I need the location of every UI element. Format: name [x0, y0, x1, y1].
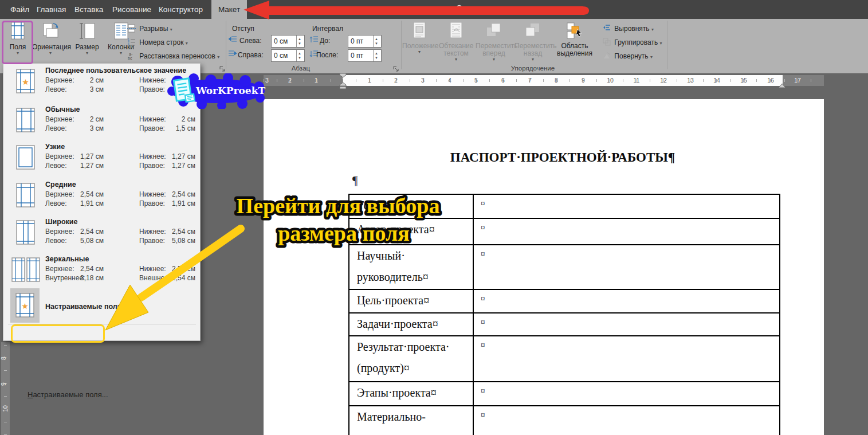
indent-right-field[interactable]: 0 см ▲▼	[271, 49, 305, 62]
preset-label: Левое:	[45, 85, 66, 93]
wrap-text-button[interactable]: Обтекание текстом ▾	[439, 22, 473, 61]
ruler-number: 1	[315, 77, 318, 84]
preset-title: Широкие	[45, 218, 77, 226]
indent-left-icon	[228, 36, 237, 46]
watermark-logo: WorKProekT	[167, 73, 266, 109]
margin-preset-icon	[11, 257, 40, 285]
row-label: Материально-	[357, 410, 426, 424]
orientation-icon	[41, 34, 60, 42]
note-text-annotation: Перейти для выбора размера поля	[138, 183, 550, 252]
table-row[interactable]: Цель·проекта¤ ¤	[349, 290, 779, 313]
group-objects-icon	[603, 40, 611, 48]
svg-text:3: 3	[128, 44, 129, 46]
preset-label: Левое:	[45, 237, 66, 245]
document-page[interactable]: ПАСПОРТ·ПРОЕКТНОЙ·РАБОТЫ¶ ¶ Тема·проекта…	[264, 99, 824, 435]
spacing-before-value: 0 пт	[351, 37, 363, 45]
rotate-button[interactable]: Повернуть ▾	[603, 52, 653, 63]
preset-value: 3 см	[75, 124, 104, 132]
document-title: ПАСПОРТ·ПРОЕКТНОЙ·РАБОТЫ¶	[343, 150, 783, 165]
highlight-box-margins-button	[2, 21, 33, 64]
send-backward-icon	[525, 33, 541, 41]
ruler-number: 1	[368, 77, 371, 84]
selection-pane-button[interactable]: Область выделения	[553, 22, 596, 61]
chevron-down-icon: ▾	[186, 41, 188, 46]
ruler-number: 12	[660, 77, 667, 84]
spacing-before-field[interactable]: 0 пт ▲▼	[348, 35, 382, 48]
preset-label: Левое:	[45, 199, 66, 207]
preset-value: 1,91 см	[75, 199, 104, 207]
hyphenation-icon: a-bc	[127, 54, 136, 62]
preset-label: Правое:	[139, 85, 165, 93]
chevron-down-icon: ▾	[651, 27, 654, 32]
bring-forward-button[interactable]: Переместить вперед ▾	[476, 22, 512, 61]
cell-marker: ¤	[481, 340, 485, 350]
preset-value: 2,54 см	[75, 190, 104, 198]
table-row[interactable]: Материально-техническое· ¤	[349, 406, 779, 435]
vertical-ruler[interactable]: 8 9 10	[1, 342, 10, 435]
preset-label: Верхнее:	[45, 190, 74, 198]
margin-preset-icon	[16, 145, 36, 173]
paragraph-dialog-launcher[interactable]	[393, 64, 399, 75]
align-label: Выровнять	[614, 25, 649, 33]
svg-text:bc: bc	[128, 56, 132, 60]
chevron-down-icon: ▾	[660, 41, 662, 46]
preset-label: Левое:	[45, 124, 66, 132]
preset-title: Обычные	[45, 105, 80, 113]
spacing-after-stepper[interactable]: ▲▼	[373, 50, 381, 61]
indent-right-stepper[interactable]: ▲▼	[296, 50, 304, 61]
size-icon	[78, 34, 96, 42]
chevron-down-icon: ▾	[650, 54, 653, 60]
custom-margins-link[interactable]: Настраиваемые поля...	[28, 390, 108, 399]
ruler-number: 13	[687, 77, 694, 84]
ruler-number: 15	[740, 77, 747, 84]
ruler-number: 6	[501, 77, 505, 84]
margin-preset-icon: ★	[16, 69, 36, 96]
row-label: Этапы·проекта¤	[357, 386, 437, 399]
indent-left-stepper[interactable]: ▲▼	[296, 36, 304, 47]
preset-value: 2 см	[75, 76, 104, 84]
table-row[interactable]: Результат·проекта·(продукт)¤ ¤	[349, 336, 779, 382]
bring-forward-icon	[486, 33, 502, 41]
preset-value: 2 см	[75, 115, 104, 123]
table-row[interactable]: Задачи·проекта¤ ¤	[349, 313, 779, 336]
indent-marker-right[interactable]	[778, 80, 786, 91]
row-label-line2: руководитель¤	[357, 271, 429, 284]
chevron-down-icon: ▾	[170, 27, 172, 32]
hyphenation-label: Расстановка переносов	[139, 52, 215, 60]
ruler-number: 11	[634, 77, 640, 84]
size-button[interactable]: Размер ▾	[71, 22, 103, 61]
cell-marker: ¤	[481, 410, 485, 420]
group-button[interactable]: Группировать ▾	[603, 38, 662, 49]
red-arrow-annotation	[0, 0, 868, 23]
indent-marker-left[interactable]	[338, 73, 348, 92]
indent-right-icon	[228, 50, 237, 60]
position-button[interactable]: Положение ▾	[402, 22, 437, 61]
chevron-down-icon: ▾	[71, 51, 103, 56]
orientation-button[interactable]: Ориентация ▾	[32, 22, 69, 61]
chevron-down-icon: ▾	[32, 51, 69, 56]
svg-text:★: ★	[22, 77, 29, 87]
preset-label: Верхнее:	[45, 115, 74, 123]
breaks-button[interactable]: Разрывы ▾	[127, 24, 172, 36]
preset-label: Верхнее:	[45, 265, 74, 273]
table-row[interactable]: Этапы·проекта¤ ¤	[349, 382, 779, 406]
send-backward-button[interactable]: Переместить назад ▾	[514, 22, 551, 61]
ruler-number: 14	[713, 77, 720, 84]
preset-value: 1,27 см	[75, 162, 104, 170]
spacing-after-value: 0 пт	[351, 52, 363, 60]
spacing-after-label: После:	[316, 51, 338, 59]
indent-left-label: Слева:	[239, 37, 262, 45]
align-button[interactable]: Выровнять ▾	[603, 24, 654, 36]
line-numbers-button[interactable]: 123 Номера строк ▾	[127, 38, 188, 49]
cell-marker: ¤	[481, 386, 485, 396]
page-break-icon	[127, 26, 136, 34]
spacing-before-stepper[interactable]: ▲▼	[373, 36, 381, 47]
spacing-after-field[interactable]: 0 пт ▲▼	[348, 49, 382, 62]
preset-label: Нижнее:	[139, 152, 166, 160]
row-label: Результат·проекта·	[357, 340, 449, 354]
indent-left-field[interactable]: 0 см ▲▼	[271, 35, 305, 48]
preset-value: 3 см	[75, 85, 104, 93]
watermark-text: WorKProekT	[196, 85, 265, 96]
arrange-group-label: Упорядочение	[407, 65, 659, 72]
hyphenation-button[interactable]: a-bc Расстановка переносов ▾	[127, 52, 219, 63]
